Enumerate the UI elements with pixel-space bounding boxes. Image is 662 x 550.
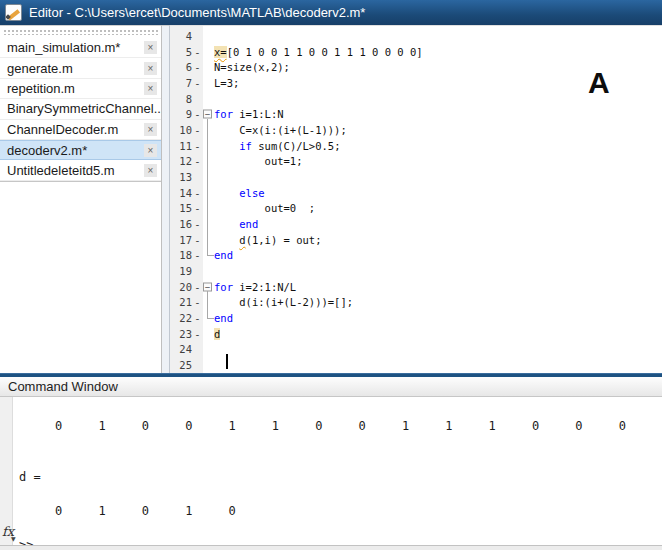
code-text: L=3; (214, 77, 239, 89)
editor-line[interactable]: 17- d(1,i) = out; (170, 232, 662, 248)
fold-margin (203, 341, 214, 357)
editor-line[interactable]: 11- if sum(C)/L>0.5; (170, 138, 662, 154)
fold-margin (203, 91, 214, 107)
panel-splitter[interactable] (162, 25, 170, 373)
fold-margin (203, 263, 214, 279)
close-file-icon[interactable]: × (144, 41, 157, 54)
console-output-text: x = 0 1 0 0 1 1 0 0 1 1 1 0 0 0 0 d = 0 … (19, 397, 662, 545)
editor-line[interactable]: 5-x=[0 1 0 0 1 1 0 0 1 1 1 0 0 0 0] (170, 44, 662, 60)
fold-margin (203, 169, 214, 185)
line-number: 17 (170, 234, 192, 246)
line-number: 15 (170, 202, 192, 214)
command-window-title: Command Window (8, 379, 118, 394)
file-tab-repetition-m[interactable]: repetition.m× (0, 79, 161, 99)
code-text: for i=1:L:N (214, 108, 284, 120)
fold-margin (203, 28, 214, 44)
annotation-label: A (588, 66, 610, 100)
fold-margin (203, 200, 214, 216)
editor-line[interactable]: 15- out=0 ; (170, 200, 662, 216)
code-editor[interactable]: 45-x=[0 1 0 0 1 1 0 0 1 1 1 0 0 0 0]6-N=… (170, 25, 662, 373)
line-number: 23 (170, 328, 192, 340)
line-number: 19 (170, 265, 192, 277)
command-window-output[interactable]: x = 0 1 0 0 1 1 0 0 1 1 1 0 0 0 0 d = 0 … (13, 397, 662, 545)
file-tab-channeldecoder-m[interactable]: ChannelDecoder.m× (0, 120, 161, 140)
editor-line[interactable]: 14- else (170, 185, 662, 201)
titlebar[interactable]: Editor - C:\Users\ercet\Documents\MATLAB… (0, 0, 662, 25)
file-tab-label: ChannelDecoder.m (7, 122, 118, 137)
fold-connector-line (207, 318, 214, 319)
code-text: else (214, 187, 265, 199)
line-number: 8 (170, 93, 192, 105)
execution-dash: - (192, 296, 203, 308)
close-file-icon[interactable]: × (144, 144, 157, 157)
editor-line[interactable]: 24 (170, 341, 662, 357)
line-number: 20 (170, 281, 192, 293)
matlab-editor-window: Editor - C:\Users\ercet\Documents\MATLAB… (0, 0, 662, 550)
file-tab-label: BinarySymmetricChannel... (7, 101, 161, 116)
open-files-list: main_simulation.m*×generate.m×repetition… (0, 38, 161, 182)
command-window-gutter (0, 397, 13, 545)
code-text: if sum(C)/L>0.5; (214, 140, 340, 152)
file-tab-binarysymmetricchannel-[interactable]: BinarySymmetricChannel...× (0, 99, 161, 119)
file-tab-label: repetition.m (7, 81, 75, 96)
fold-margin (203, 122, 214, 138)
file-tab-generate-m[interactable]: generate.m× (0, 58, 161, 78)
execution-dash: - (192, 218, 203, 230)
command-window-header[interactable]: Command Window (0, 377, 662, 397)
close-file-icon[interactable]: × (144, 82, 157, 95)
editor-line[interactable]: 10- C=x(i:(i+(L-1))); (170, 122, 662, 138)
editor-line[interactable]: 20-−for i=2:1:N/L (170, 279, 662, 295)
code-fold-toggle[interactable]: − (203, 110, 212, 119)
file-tab-main-simulation-m-[interactable]: main_simulation.m*× (0, 38, 161, 58)
line-number: 7 (170, 77, 192, 89)
editor-line[interactable]: 16- end (170, 216, 662, 232)
file-tab-decoderv2-m-[interactable]: decoderv2.m*× (0, 140, 161, 160)
fold-margin (203, 357, 214, 373)
fold-margin (203, 294, 214, 310)
fold-margin (203, 326, 214, 342)
close-file-icon[interactable]: × (144, 123, 157, 136)
open-files-panel: main_simulation.m*×generate.m×repetition… (0, 25, 162, 373)
editor-line[interactable]: 13 (170, 169, 662, 185)
fx-function-hints-button[interactable]: fx ▼ (2, 524, 18, 542)
code-text: d(i:(i+(L-2)))=[]; (214, 296, 353, 308)
execution-dash: - (192, 77, 203, 89)
code-text: out=1; (214, 155, 303, 167)
close-file-icon[interactable]: × (144, 164, 157, 177)
execution-dash: - (192, 202, 203, 214)
editor-line[interactable]: 23-d (170, 326, 662, 342)
execution-dash: - (192, 108, 203, 120)
editor-line[interactable]: 19 (170, 263, 662, 279)
line-number: 9 (170, 108, 192, 120)
editor-line[interactable]: 25 (170, 357, 662, 373)
file-tab-label: decoderv2.m* (7, 143, 87, 158)
code-text: end (214, 218, 258, 230)
file-tab-untitledeleteitd5-m[interactable]: Untitledeleteitd5.m× (0, 160, 161, 180)
horizontal-scrollbar[interactable] (0, 545, 662, 550)
editor-line[interactable]: 12- out=1; (170, 153, 662, 169)
fold-margin (203, 138, 214, 154)
window-title: Editor - C:\Users\ercet\Documents\MATLAB… (29, 5, 365, 20)
fx-dropdown-arrow-icon: ▼ (11, 535, 16, 542)
fold-margin (203, 75, 214, 91)
line-number: 13 (170, 171, 192, 183)
execution-dash: - (192, 281, 203, 293)
execution-dash: - (192, 155, 203, 167)
editor-line[interactable]: 18-end (170, 247, 662, 263)
code-fold-toggle[interactable]: − (203, 282, 212, 291)
execution-dash: - (192, 124, 203, 136)
panel-grip-handle[interactable] (3, 29, 158, 35)
file-tab-label: Untitledeleteitd5.m (7, 163, 115, 178)
execution-dash: - (192, 46, 203, 58)
editor-line[interactable]: 4 (170, 28, 662, 44)
fold-margin (203, 185, 214, 201)
editor-line[interactable]: 9-−for i=1:L:N (170, 106, 662, 122)
execution-dash: - (192, 312, 203, 324)
editor-line[interactable]: 21- d(i:(i+(L-2)))=[]; (170, 294, 662, 310)
line-number: 22 (170, 312, 192, 324)
code-text: x=[0 1 0 0 1 1 0 0 1 1 1 0 0 0 0] (214, 46, 423, 58)
code-text: end (214, 312, 233, 324)
file-tab-label: main_simulation.m* (7, 40, 120, 55)
close-file-icon[interactable]: × (144, 62, 157, 75)
editor-line[interactable]: 22-end (170, 310, 662, 326)
